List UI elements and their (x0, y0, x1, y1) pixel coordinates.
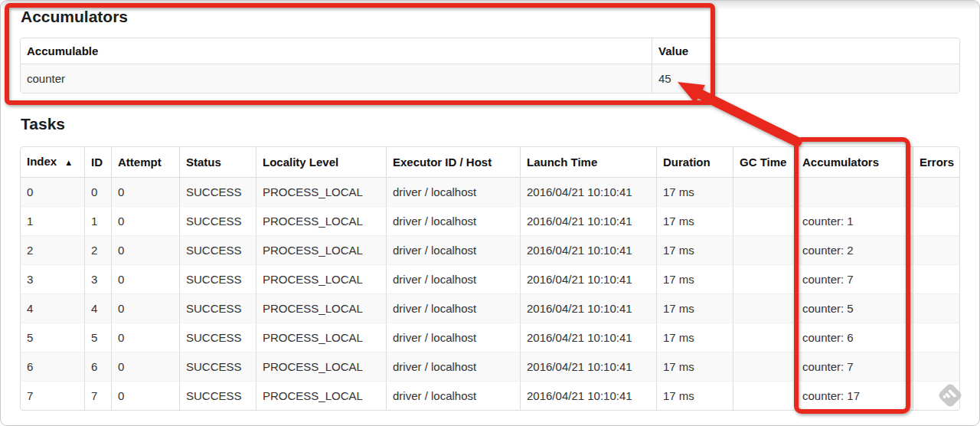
tasks-header-row: Index▲IDAttemptStatusLocality LevelExecu… (21, 147, 959, 178)
table-cell: PROCESS_LOCAL (256, 178, 386, 207)
table-cell: 17 ms (656, 294, 733, 323)
table-cell: 2016/04/21 10:10:41 (520, 178, 656, 207)
table-row: 770SUCCESSPROCESS_LOCALdriver / localhos… (21, 382, 959, 410)
table-cell: 0 (111, 207, 179, 236)
table-cell: 0 (21, 178, 84, 207)
table-cell: PROCESS_LOCAL (256, 265, 386, 294)
table-cell: 5 (84, 323, 111, 352)
table-cell (733, 294, 795, 323)
table-row: 440SUCCESSPROCESS_LOCALdriver / localhos… (21, 294, 959, 323)
table-cell: SUCCESS (179, 352, 256, 382)
column-header-id[interactable]: ID (84, 147, 111, 178)
table-cell: 2016/04/21 10:10:41 (520, 323, 656, 352)
table-cell: 0 (111, 382, 179, 410)
table-row: counter45 (21, 64, 959, 93)
column-header-index[interactable]: Index▲ (21, 147, 84, 178)
table-cell: counter: 7 (795, 265, 913, 294)
table-cell: SUCCESS (179, 382, 256, 410)
table-cell: driver / localhost (386, 265, 520, 294)
table-cell: counter: 5 (795, 294, 913, 323)
table-cell: 2016/04/21 10:10:41 (520, 265, 656, 294)
table-cell: 17 ms (656, 382, 733, 410)
table-row: 550SUCCESSPROCESS_LOCALdriver / localhos… (21, 323, 959, 352)
table-row: 220SUCCESSPROCESS_LOCALdriver / localhos… (21, 236, 959, 265)
table-cell: 0 (111, 236, 179, 265)
window-top-shadow (1, 1, 979, 10)
accumulators-table: AccumulableValue counter45 (20, 38, 960, 93)
table-cell: SUCCESS (179, 207, 256, 236)
column-header-locality-level[interactable]: Locality Level (256, 147, 386, 178)
table-cell (913, 323, 959, 352)
table-cell: 17 ms (656, 352, 733, 382)
table-cell (913, 236, 959, 265)
table-cell: 2016/04/21 10:10:41 (520, 352, 656, 382)
column-header-gc-time[interactable]: GC Time (733, 147, 795, 178)
table-cell: 17 ms (656, 236, 733, 265)
table-cell: 0 (111, 352, 179, 382)
table-cell: 0 (111, 178, 179, 207)
table-cell: counter: 2 (795, 236, 913, 265)
table-cell: 17 ms (656, 178, 733, 207)
sort-ascending-icon: ▲ (64, 158, 73, 167)
table-cell: 17 ms (656, 265, 733, 294)
column-header-status[interactable]: Status (179, 147, 256, 178)
table-cell: counter: 6 (795, 323, 913, 352)
table-cell: driver / localhost (386, 207, 520, 236)
table-cell (733, 207, 795, 236)
table-cell: counter: 17 (795, 382, 913, 410)
table-cell: 0 (111, 294, 179, 323)
table-cell: 17 ms (656, 323, 733, 352)
column-header-errors[interactable]: Errors (913, 147, 959, 178)
table-cell: SUCCESS (179, 178, 256, 207)
table-cell (733, 352, 795, 382)
table-cell: driver / localhost (386, 323, 520, 352)
table-cell (913, 352, 959, 382)
table-cell: 2 (21, 236, 84, 265)
table-cell: PROCESS_LOCAL (256, 323, 386, 352)
column-header-attempt[interactable]: Attempt (111, 147, 179, 178)
table-cell (733, 382, 795, 410)
table-cell: counter (21, 64, 652, 93)
table-cell: SUCCESS (179, 323, 256, 352)
table-cell: 2016/04/21 10:10:41 (520, 294, 656, 323)
table-cell: 2016/04/21 10:10:41 (520, 382, 656, 410)
table-cell (913, 207, 959, 236)
column-header-executor-id-host[interactable]: Executor ID / Host (386, 147, 520, 178)
table-cell (913, 265, 959, 294)
table-cell: 45 (652, 64, 959, 93)
table-cell: 6 (21, 352, 84, 382)
column-header-accumulable: Accumulable (21, 38, 652, 64)
column-header-duration[interactable]: Duration (656, 147, 733, 178)
table-cell: SUCCESS (179, 294, 256, 323)
tasks-table: Index▲IDAttemptStatusLocality LevelExecu… (20, 146, 960, 411)
table-cell (913, 178, 959, 207)
table-cell: 2016/04/21 10:10:41 (520, 236, 656, 265)
table-row: 660SUCCESSPROCESS_LOCALdriver / localhos… (21, 352, 959, 382)
table-cell: 2 (84, 236, 111, 265)
table-cell (913, 294, 959, 323)
table-cell: 3 (21, 265, 84, 294)
table-cell: 0 (111, 323, 179, 352)
tasks-section-title: Tasks (21, 115, 65, 133)
accumulators-section-title: Accumulators (21, 8, 128, 26)
table-cell (913, 382, 959, 410)
table-cell: PROCESS_LOCAL (256, 207, 386, 236)
table-cell: 4 (21, 294, 84, 323)
table-cell: 0 (111, 265, 179, 294)
table-row: 000SUCCESSPROCESS_LOCALdriver / localhos… (21, 178, 959, 207)
table-cell: 17 ms (656, 207, 733, 236)
column-header-accumulators[interactable]: Accumulators (795, 147, 913, 178)
table-cell (733, 236, 795, 265)
table-cell: 5 (21, 323, 84, 352)
table-cell: driver / localhost (386, 294, 520, 323)
column-header-launch-time[interactable]: Launch Time (520, 147, 656, 178)
table-cell (733, 265, 795, 294)
table-cell: counter: 7 (795, 352, 913, 382)
table-cell: PROCESS_LOCAL (256, 294, 386, 323)
spark-stage-page: Accumulators AccumulableValue counter45 … (0, 0, 980, 426)
table-cell: 2016/04/21 10:10:41 (520, 207, 656, 236)
table-cell: 6 (84, 352, 111, 382)
table-cell: PROCESS_LOCAL (256, 236, 386, 265)
table-cell: 1 (21, 207, 84, 236)
table-cell: 3 (84, 265, 111, 294)
